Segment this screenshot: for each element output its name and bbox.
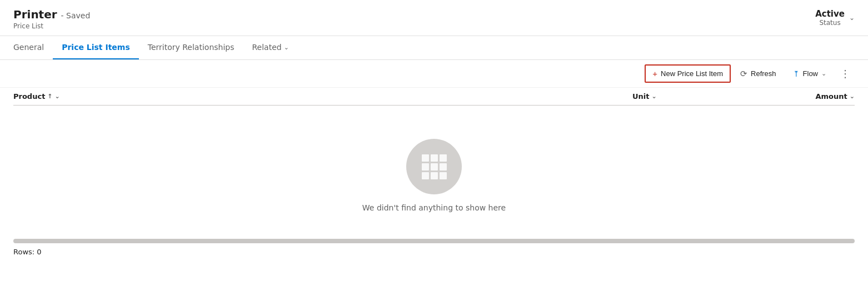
svg-rect-8 bbox=[440, 172, 447, 179]
status-value: Active bbox=[815, 9, 845, 19]
tab-price-list-items[interactable]: Price List Items bbox=[53, 36, 139, 59]
amount-chevron-icon: ⌄ bbox=[850, 93, 855, 100]
saved-indicator: - Saved bbox=[61, 11, 91, 20]
svg-rect-6 bbox=[422, 172, 429, 179]
column-header-amount[interactable]: Amount ⌄ bbox=[744, 92, 855, 101]
horizontal-scrollbar[interactable] bbox=[13, 239, 855, 243]
status-label: Status bbox=[815, 19, 845, 27]
column-header-product[interactable]: Product ↑ ⌄ bbox=[13, 92, 632, 101]
refresh-icon: ⟳ bbox=[740, 69, 747, 79]
empty-state-icon-circle bbox=[406, 139, 462, 194]
svg-rect-0 bbox=[422, 154, 429, 162]
header-left: Printer - Saved Price List bbox=[13, 8, 90, 30]
product-column-label: Product bbox=[13, 92, 45, 101]
unit-chevron-icon: ⌄ bbox=[651, 93, 656, 100]
svg-rect-1 bbox=[431, 154, 438, 162]
rows-count: Rows: 0 bbox=[13, 248, 42, 256]
active-status-group: Active Status bbox=[815, 9, 845, 27]
status-chevron-icon[interactable]: ⌄ bbox=[849, 14, 855, 22]
table-header: Product ↑ ⌄ Unit ⌄ Amount ⌄ bbox=[13, 88, 855, 106]
page-header: Printer - Saved Price List Active Status… bbox=[0, 0, 868, 36]
more-options-button[interactable]: ⋮ bbox=[836, 64, 855, 83]
record-name: Printer bbox=[13, 8, 57, 21]
unit-column-label: Unit bbox=[632, 92, 649, 101]
svg-rect-5 bbox=[440, 163, 447, 170]
header-right: Active Status ⌄ bbox=[815, 9, 855, 27]
column-header-unit[interactable]: Unit ⌄ bbox=[632, 92, 744, 101]
svg-rect-7 bbox=[431, 172, 438, 179]
refresh-button[interactable]: ⟳ Refresh bbox=[733, 65, 784, 83]
tab-related[interactable]: Related ⌄ bbox=[243, 36, 298, 59]
record-type: Price List bbox=[13, 22, 90, 30]
flow-label: Flow bbox=[803, 69, 818, 78]
flow-chevron-icon: ⌄ bbox=[821, 70, 826, 77]
svg-rect-3 bbox=[422, 163, 429, 170]
tab-general[interactable]: General bbox=[13, 36, 53, 59]
page-title: Printer - Saved bbox=[13, 8, 90, 21]
empty-state: We didn't find anything to show here bbox=[13, 106, 855, 234]
empty-state-message: We didn't find anything to show here bbox=[362, 203, 506, 212]
product-chevron-icon: ⌄ bbox=[55, 93, 60, 100]
new-price-list-item-button[interactable]: + New Price List Item bbox=[645, 64, 731, 83]
amount-column-label: Amount bbox=[816, 92, 847, 101]
tab-related-label: Related bbox=[252, 43, 282, 52]
refresh-label: Refresh bbox=[751, 69, 776, 78]
plus-icon: + bbox=[652, 69, 657, 78]
toolbar: + New Price List Item ⟳ Refresh ⤒ Flow ⌄… bbox=[0, 60, 868, 88]
sort-asc-icon: ↑ bbox=[47, 93, 52, 100]
tab-bar: General Price List Items Territory Relat… bbox=[0, 36, 868, 60]
table-footer: Rows: 0 bbox=[0, 243, 868, 260]
new-item-label: New Price List Item bbox=[661, 69, 723, 78]
flow-icon: ⤒ bbox=[793, 69, 800, 78]
grid-icon bbox=[420, 152, 448, 181]
svg-rect-2 bbox=[440, 154, 447, 162]
table-container: Product ↑ ⌄ Unit ⌄ Amount ⌄ bbox=[0, 88, 868, 234]
tab-territory-relationships[interactable]: Territory Relationships bbox=[139, 36, 243, 59]
flow-button[interactable]: ⤒ Flow ⌄ bbox=[786, 66, 834, 82]
related-chevron-icon: ⌄ bbox=[284, 44, 289, 51]
svg-rect-4 bbox=[431, 163, 438, 170]
